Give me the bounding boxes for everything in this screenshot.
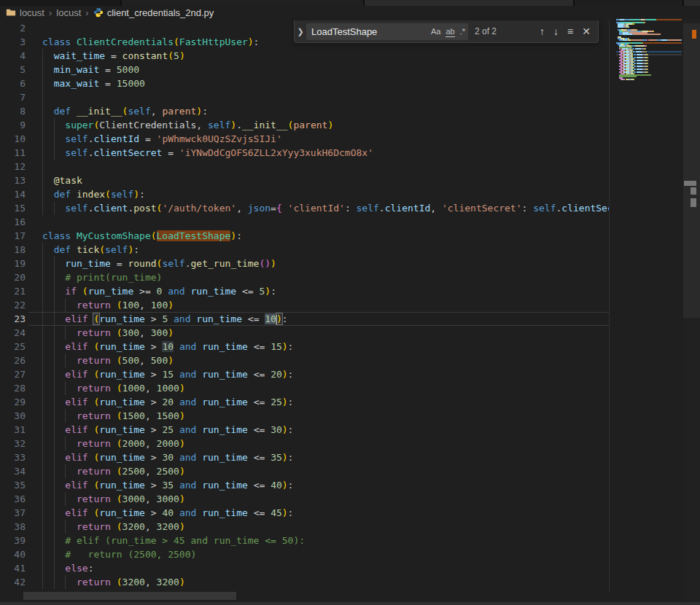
line-number[interactable]: 25: [0, 340, 26, 354]
line-number[interactable]: 29: [0, 395, 26, 409]
line-number[interactable]: 8: [0, 104, 26, 118]
code-line[interactable]: 6 max_wait = 15000: [0, 77, 609, 90]
line-number[interactable]: 23: [0, 312, 26, 326]
line-number[interactable]: 28: [0, 381, 26, 395]
line-number[interactable]: 17: [0, 229, 26, 243]
code-line[interactable]: 28 return (1000, 1000): [0, 381, 609, 395]
line-number[interactable]: 9: [0, 118, 26, 132]
line-number[interactable]: 12: [0, 160, 26, 173]
code-line[interactable]: 32 return (2000, 2000): [0, 437, 609, 450]
breadcrumb-item-folder[interactable]: locust: [56, 7, 81, 18]
line-number[interactable]: 26: [0, 354, 26, 367]
code-line[interactable]: 17class MyCustomShape(LoadTestShape):: [0, 229, 609, 243]
line-number[interactable]: 31: [0, 423, 26, 437]
code-line[interactable]: 35 elif (run_time > 35 and run_time <= 4…: [0, 478, 609, 492]
code-line[interactable]: 23 elif (run_time > 5 and run_time <= 10…: [0, 312, 609, 326]
line-number[interactable]: 41: [0, 561, 26, 575]
whole-word-icon[interactable]: ab: [446, 26, 454, 37]
code-line[interactable]: 38 return (3200, 3200): [0, 520, 609, 534]
code-line[interactable]: 14 def index(self):: [0, 187, 609, 201]
code-line[interactable]: 39 # elif (run_time > 45 and run_time <=…: [0, 534, 609, 547]
line-number[interactable]: 18: [0, 243, 26, 257]
toggle-replace-icon[interactable]: ❯: [295, 27, 306, 36]
line-number[interactable]: 11: [0, 146, 26, 160]
code-line[interactable]: 26 return (500, 500): [0, 354, 609, 367]
line-number[interactable]: 22: [0, 298, 26, 312]
code-line[interactable]: 11 self.clientSecret = 'iYNwDdCgOFS6ZLL2…: [0, 146, 609, 160]
code-line[interactable]: 22 return (100, 100): [0, 298, 609, 312]
line-number[interactable]: 39: [0, 534, 26, 547]
line-number[interactable]: 3: [0, 35, 26, 49]
line-number[interactable]: 6: [0, 77, 26, 90]
line-number[interactable]: 2: [0, 21, 26, 35]
line-number[interactable]: 33: [0, 450, 26, 464]
code-line[interactable]: 21 if (run_time >= 0 and run_time <= 5):: [0, 284, 609, 298]
line-number[interactable]: 36: [0, 492, 26, 506]
code-line[interactable]: 34 return (2500, 2500): [0, 464, 609, 478]
find-input[interactable]: LoadTestShape Aa ab .*: [306, 23, 468, 40]
code-line[interactable]: 31 elif (run_time > 25 and run_time <= 3…: [0, 423, 609, 437]
line-number[interactable]: 34: [0, 464, 26, 478]
line-number[interactable]: 37: [0, 506, 26, 520]
line-number[interactable]: 20: [0, 270, 26, 284]
find-in-selection-icon[interactable]: ≡: [567, 26, 573, 37]
tab-sliver[interactable]: [575, 0, 684, 6]
close-icon[interactable]: ✕: [582, 26, 591, 37]
code-line[interactable]: 37 elif (run_time > 40 and run_time <= 4…: [0, 506, 609, 520]
code-line[interactable]: 25 elif (run_time > 10 and run_time <= 1…: [0, 340, 609, 354]
code-line[interactable]: 13 @task: [0, 173, 609, 187]
code-line[interactable]: 15 self.client.post('/auth/token', json=…: [0, 201, 609, 215]
line-number[interactable]: 10: [0, 132, 26, 146]
match-case-icon[interactable]: Aa: [431, 26, 440, 36]
code-line[interactable]: 18 def tick(self):: [0, 243, 609, 257]
line-number[interactable]: 5: [0, 63, 26, 77]
line-number[interactable]: 24: [0, 326, 26, 340]
line-number[interactable]: 27: [0, 367, 26, 381]
code-line[interactable]: 33 elif (run_time > 30 and run_time <= 3…: [0, 450, 609, 464]
line-number[interactable]: 32: [0, 437, 26, 450]
next-match-icon[interactable]: ↓: [553, 26, 559, 37]
code-line[interactable]: 19 run_time = round(self.get_run_time()): [0, 257, 609, 270]
tab-sliver[interactable]: [122, 0, 365, 6]
tab-active-sliver[interactable]: [0, 0, 122, 6]
code-line[interactable]: 20 # print(run_time): [0, 270, 609, 284]
vertical-scrollbar-slider[interactable]: [683, 23, 700, 318]
previous-match-icon[interactable]: ↑: [540, 26, 545, 37]
code-line[interactable]: 40 # return (2500, 2500): [0, 547, 609, 561]
code-line[interactable]: 30 return (1500, 1500): [0, 409, 609, 423]
line-number[interactable]: 30: [0, 409, 26, 423]
line-number[interactable]: 35: [0, 478, 26, 492]
code-line[interactable]: 8 def __init__(self, parent):: [0, 104, 609, 118]
code-line[interactable]: 4 wait_time = constant(5): [0, 49, 609, 63]
code-line[interactable]: 24 return (300, 300): [0, 326, 609, 340]
code-line[interactable]: 5 min_wait = 5000: [0, 63, 609, 77]
code-line[interactable]: 27 elif (run_time > 15 and run_time <= 2…: [0, 367, 609, 381]
line-number[interactable]: 40: [0, 547, 26, 561]
breadcrumb-item-file[interactable]: client_credentials_2nd.py: [107, 7, 214, 18]
line-number[interactable]: 13: [0, 173, 26, 187]
code-line[interactable]: 7: [0, 90, 609, 104]
horizontal-scrollbar-slider[interactable]: [23, 592, 236, 600]
line-number[interactable]: 21: [0, 284, 26, 298]
tab-sliver[interactable]: [365, 0, 575, 6]
code-line[interactable]: 10 self.clientId = 'pWhmwck0UQzSZvjsSIJi…: [0, 132, 609, 146]
code-editor[interactable]: 23class ClientCredentials(FastHttpUser):…: [0, 19, 610, 592]
line-number[interactable]: 42: [0, 575, 26, 589]
regex-icon[interactable]: .*: [460, 26, 465, 36]
line-number[interactable]: 4: [0, 49, 26, 63]
breadcrumb-item-folder[interactable]: locust: [20, 7, 44, 18]
vertical-scrollbar[interactable]: [683, 19, 700, 602]
code-line[interactable]: 36 return (3000, 3000): [0, 492, 609, 506]
code-line[interactable]: 12: [0, 160, 609, 173]
code-line[interactable]: 29 elif (run_time > 20 and run_time <= 2…: [0, 395, 609, 409]
code-line[interactable]: 9 super(ClientCredentials, self).__init_…: [0, 118, 609, 132]
line-number[interactable]: 7: [0, 90, 26, 104]
find-query-text[interactable]: LoadTestShape: [311, 26, 426, 37]
code-line[interactable]: 16: [0, 215, 609, 229]
line-number[interactable]: 16: [0, 215, 26, 229]
code-line[interactable]: 42 return (3200, 3200): [0, 575, 609, 589]
line-number[interactable]: 38: [0, 520, 26, 534]
line-number[interactable]: 19: [0, 257, 26, 270]
code-line[interactable]: 41 else:: [0, 561, 609, 575]
line-number[interactable]: 14: [0, 187, 26, 201]
